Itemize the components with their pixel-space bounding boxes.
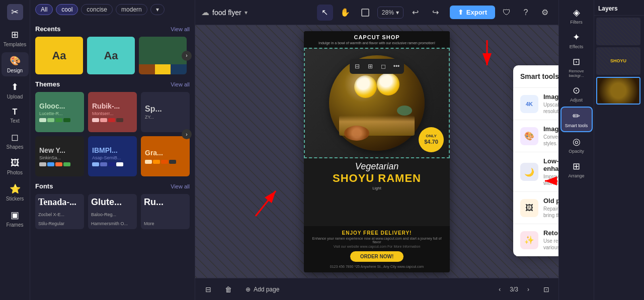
zoom-control[interactable]: 28% ▾ bbox=[377, 7, 404, 19]
smart-panel-title-text: Smart tools bbox=[520, 72, 558, 80]
settings-icon-button[interactable]: ⚙ bbox=[537, 5, 552, 20]
upload-icon: ⬆ bbox=[11, 81, 19, 92]
theme-item-2[interactable]: Sp... ZY... bbox=[141, 92, 190, 132]
image-upscaler-icon: 4K bbox=[520, 95, 538, 113]
theme-item-5[interactable]: Gra... bbox=[141, 136, 190, 176]
toolbar-right: ⬆ Export 🛡 ? ⚙ bbox=[450, 5, 552, 20]
top-toolbar: ☁ food flyer ▾ ↖ ✋ 28% ▾ ↩ ↪ bbox=[195, 0, 558, 25]
sidebar-item-stickers[interactable]: ⭐ Stickers bbox=[2, 180, 29, 205]
fonts-view-all[interactable]: View all bbox=[171, 183, 190, 189]
shapes-icon: ◻ bbox=[11, 132, 19, 143]
layer-item-2[interactable] bbox=[596, 77, 640, 105]
font-item-1[interactable]: Glute... Baloo-Reg... Hammersmith O... bbox=[88, 194, 137, 229]
filter-all[interactable]: All bbox=[35, 4, 53, 15]
shield-icon-button[interactable]: 🛡 bbox=[499, 5, 514, 20]
frame-bottom-button[interactable]: ⊟ bbox=[201, 282, 215, 296]
sidebar-item-upload[interactable]: ⬆ Upload bbox=[2, 78, 29, 103]
smart-tools-icon: ✏ bbox=[573, 111, 580, 122]
layer-item-0[interactable] bbox=[596, 18, 640, 45]
right-tool-remove-bg[interactable]: ⊡ Remove backgr... bbox=[560, 53, 593, 81]
themes-view-all[interactable]: View all bbox=[171, 81, 190, 87]
remove-bg-icon: ⊡ bbox=[573, 56, 580, 67]
next-page-button[interactable]: › bbox=[522, 283, 534, 295]
delete-bottom-button[interactable]: 🗑 bbox=[221, 282, 235, 296]
arrange-icon: ⊞ bbox=[573, 161, 580, 172]
filter-concise[interactable]: concise bbox=[81, 4, 113, 15]
layers-list: SHOYU bbox=[594, 16, 644, 300]
recent-item-0[interactable]: Aa bbox=[35, 37, 83, 74]
recents-section-header: Recents View all bbox=[35, 19, 190, 37]
theme-item-3[interactable]: New Y... SinkinSa... bbox=[35, 136, 84, 176]
sidebar-item-shapes[interactable]: ◻ Shapes bbox=[2, 129, 29, 153]
right-tool-adjust[interactable]: ⊙ Adjust bbox=[560, 82, 593, 106]
sidebar-item-templates[interactable]: ⊞ Templates bbox=[2, 26, 29, 50]
redo-button[interactable]: ↪ bbox=[428, 5, 444, 21]
stickers-icon: ⭐ bbox=[10, 183, 21, 194]
hand-tool-button[interactable]: ✋ bbox=[337, 5, 353, 21]
export-button[interactable]: ⬆ Export bbox=[450, 6, 495, 19]
smart-tool-retouch[interactable]: ✨ Retouch Use retouch to enhance beauty … bbox=[513, 224, 558, 256]
style-transfer-icon: 🎨 bbox=[520, 127, 538, 145]
help-icon-button[interactable]: ? bbox=[518, 5, 533, 20]
left-icon-sidebar: ✂ ⊞ Templates 🎨 Design ⬆ Upload T Text ◻… bbox=[0, 0, 30, 300]
file-name-area[interactable]: ☁ food flyer ▾ bbox=[201, 8, 248, 17]
recents-view-all[interactable]: View all bbox=[171, 26, 190, 32]
themes-title: Themes bbox=[35, 80, 60, 88]
left-panel: All cool concise modern ▾ Recents View a… bbox=[30, 0, 195, 300]
order-now-button[interactable]: ORDER NOW! bbox=[350, 251, 404, 262]
canvas-area[interactable]: CAPCUT SHOP Indulge in a bowl of warmth … bbox=[195, 25, 558, 278]
canvas-frame-header: CAPCUT SHOP Indulge in a bowl of warmth … bbox=[304, 31, 450, 48]
right-tool-arrange[interactable]: ⊞ Arrange bbox=[560, 158, 593, 181]
right-tool-opacity[interactable]: ◎ Opacity bbox=[560, 133, 593, 157]
more-tool[interactable]: ••• bbox=[390, 60, 403, 72]
crop-tool[interactable]: ⊟ bbox=[351, 60, 363, 72]
add-page-button[interactable]: ⊕ Add page bbox=[242, 284, 283, 295]
themes-next-arrow[interactable]: › bbox=[182, 129, 192, 139]
themes-grid: Glooc... Lucette-R... Rubik-... Montserr… bbox=[35, 92, 190, 176]
page-counter: 3/3 bbox=[510, 286, 518, 293]
canvas-frame[interactable]: CAPCUT SHOP Indulge in a bowl of warmth … bbox=[304, 31, 450, 272]
smart-tool-style-transfer[interactable]: 🎨 Image style transfer Convert your imag… bbox=[513, 120, 558, 152]
layer-item-1[interactable]: SHOYU bbox=[596, 47, 640, 75]
recents-next-arrow[interactable]: › bbox=[182, 51, 192, 61]
smart-tool-image-upscaler[interactable]: 4K Image upscaler Upscale images by incr… bbox=[513, 88, 558, 120]
smart-tool-old-photo[interactable]: 🖼 Old photo restoration Repair your dama… bbox=[513, 192, 558, 224]
select-tool-button[interactable]: ↖ bbox=[317, 5, 333, 21]
right-tool-smart-tools[interactable]: ✏ Smart tools bbox=[560, 107, 593, 132]
filter-cool[interactable]: cool bbox=[56, 4, 78, 15]
design-label: Design bbox=[7, 68, 23, 73]
frame-tool-button[interactable] bbox=[357, 5, 373, 21]
filter-modern[interactable]: modern bbox=[116, 4, 147, 15]
recent-item-2[interactable] bbox=[139, 37, 187, 74]
undo-button[interactable]: ↩ bbox=[408, 5, 424, 21]
font-item-0[interactable]: Tenada-... Zocbel X-E... Stilu-Regular bbox=[35, 194, 84, 229]
filter-more-dropdown[interactable]: ▾ bbox=[150, 4, 165, 15]
sidebar-item-photos[interactable]: 🖼 Photos bbox=[2, 155, 29, 178]
fit-to-screen-button[interactable]: ⊡ bbox=[540, 283, 552, 295]
chevron-down-icon: ▾ bbox=[156, 6, 159, 13]
prev-page-button[interactable]: ‹ bbox=[494, 283, 506, 295]
adjust-icon: ⊙ bbox=[573, 85, 580, 96]
recent-item-1[interactable]: Aa bbox=[87, 37, 135, 74]
frames-label: Frames bbox=[7, 222, 24, 228]
smart-tool-lowlight[interactable]: 🌙 Low-light image enhancer Improve low-l… bbox=[513, 152, 558, 192]
grid-tool[interactable]: ⊞ bbox=[364, 60, 376, 72]
fonts-section-header: Fonts View all bbox=[35, 176, 190, 194]
theme-item-4[interactable]: IBMPl... Asap-SemiB... bbox=[88, 136, 137, 176]
frame-tool[interactable]: ◻ bbox=[377, 60, 389, 72]
svg-rect-0 bbox=[362, 9, 369, 16]
text-label: Text bbox=[10, 118, 19, 124]
right-tool-effects[interactable]: ✦ Effects bbox=[560, 29, 593, 52]
canvas-bottom-toolbar: ⊟ 🗑 ⊕ Add page ‹ 3/3 › ⊡ bbox=[195, 278, 558, 300]
sidebar-item-text[interactable]: T Text bbox=[2, 105, 29, 127]
file-name: food flyer bbox=[212, 9, 242, 17]
font-item-2[interactable]: Ru... More bbox=[141, 194, 190, 229]
zoom-value: 28% bbox=[382, 9, 394, 16]
sidebar-item-design[interactable]: 🎨 Design bbox=[2, 52, 29, 76]
right-area: ◈ Filters ✦ Effects ⊡ Remove backgr... ⊙… bbox=[558, 0, 644, 300]
theme-item-0[interactable]: Glooc... Lucette-R... bbox=[35, 92, 84, 132]
right-tool-filters[interactable]: ◈ Filters bbox=[560, 4, 593, 28]
recents-grid: Aa Aa › bbox=[35, 37, 190, 74]
sidebar-item-frames[interactable]: ▣ Frames bbox=[2, 207, 29, 231]
theme-item-1[interactable]: Rubik-... Montserr... bbox=[88, 92, 137, 132]
